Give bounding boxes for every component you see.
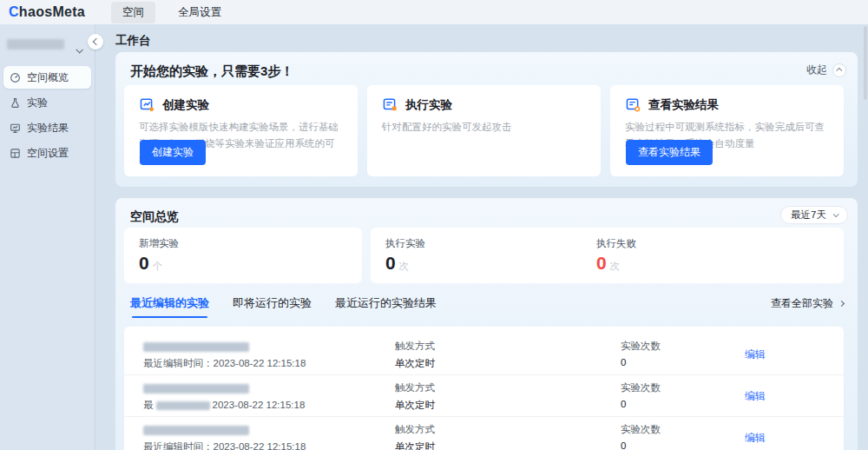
chevron-right-icon xyxy=(838,301,845,307)
stat-value: 0 xyxy=(139,253,149,273)
edited-time: 最近编辑时间：2023-08-22 12:15:18 xyxy=(143,440,306,450)
count-label: 实验次数 xyxy=(621,340,661,353)
table-row[interactable]: 最近编辑时间：2023-08-22 12:15:18 触发方式 单次定时 实验次… xyxy=(124,417,844,450)
step-description: 针对配置好的实验可发起攻击 xyxy=(382,119,586,136)
collapse-label[interactable]: 收起 xyxy=(806,63,827,77)
view-all-label: 查看全部实验 xyxy=(771,296,833,311)
stat-unit: 个 xyxy=(153,261,163,271)
sidebar-item-label: 实验结果 xyxy=(27,121,69,136)
run-experiment-icon xyxy=(382,96,398,113)
create-experiment-icon xyxy=(139,96,155,113)
layout-settings-icon xyxy=(10,148,21,159)
edit-link[interactable]: 编辑 xyxy=(745,389,766,404)
edited-time-value: 2023-08-22 12:15:18 xyxy=(214,358,306,368)
top-navbar: ChaosMeta 空间 全局设置 xyxy=(0,0,868,24)
sidebar-item-label: 空间概览 xyxy=(27,70,69,85)
chevron-down-icon[interactable] xyxy=(76,41,82,56)
view-results-icon xyxy=(625,96,641,113)
create-experiment-button[interactable]: 创建实验 xyxy=(140,140,206,165)
overview-title: 空间总览 xyxy=(130,209,179,225)
stat-new-experiments: 新增实验 0个 xyxy=(139,237,179,274)
chevron-up-icon[interactable] xyxy=(832,63,846,77)
overview-panel: 空间总览 最近7天 新增实验 0个 执行实验 xyxy=(115,198,858,450)
trigger-value: 单次定时 xyxy=(395,357,435,370)
step-card-header: 查看实验结果 xyxy=(625,96,829,113)
count-column: 实验次数 0 xyxy=(621,381,661,409)
sidebar-item-space-overview[interactable]: 空间概览 xyxy=(3,66,91,89)
onboarding-steps: 创建实验 可选择实验模版快速构建实验场景，进行基础资源，如cpu燃烧等实验来验证… xyxy=(124,85,844,176)
stat-label: 执行实验 xyxy=(385,237,425,250)
result-monitor-icon xyxy=(10,122,21,134)
trigger-column: 触发方式 单次定时 xyxy=(395,340,435,370)
count-column: 实验次数 0 xyxy=(621,423,661,450)
sidebar-item-label: 实验 xyxy=(27,96,48,110)
count-label: 实验次数 xyxy=(621,381,661,394)
workspace-name-redacted xyxy=(7,39,64,50)
sidebar: 空间概览 实验 实验结果 空间设置 xyxy=(0,24,95,450)
table-row[interactable]: 最2023-08-22 12:15:18 触发方式 单次定时 实验次数 0 编辑 xyxy=(124,375,844,417)
edited-time: 最近编辑时间：2023-08-22 12:15:18 xyxy=(143,357,306,370)
nav-item-space[interactable]: 空间 xyxy=(111,2,155,23)
gauge-icon xyxy=(10,72,21,83)
nav-item-global-settings[interactable]: 全局设置 xyxy=(176,2,223,23)
sidebar-item-space-settings[interactable]: 空间设置 xyxy=(3,142,91,164)
count-column: 实验次数 0 xyxy=(621,340,661,367)
workspace-selector[interactable] xyxy=(0,24,95,59)
main-content: 工作台 开始您的实验，只需要3步！ 收起 创建实验 xyxy=(95,24,868,450)
flask-icon xyxy=(10,97,21,109)
count-value: 0 xyxy=(621,357,661,367)
edit-link[interactable]: 编辑 xyxy=(745,431,766,446)
edited-time-label: 最近编辑时间： xyxy=(143,358,214,368)
stat-card-new-experiments: 新增实验 0个 xyxy=(124,228,362,283)
experiment-name-redacted xyxy=(143,426,249,435)
sidebar-item-label: 空间设置 xyxy=(27,146,69,161)
collapse-control[interactable]: 收起 xyxy=(806,63,846,77)
page-title: 工作台 xyxy=(115,33,151,49)
stat-card-executions: 执行实验 0次 执行失败 0次 xyxy=(371,228,844,283)
stat-failed: 执行失败 0次 xyxy=(596,237,636,274)
count-value: 0 xyxy=(621,399,661,409)
sidebar-item-experiment-results[interactable]: 实验结果 xyxy=(3,116,91,139)
stat-unit: 次 xyxy=(399,261,410,271)
sidebar-collapse-button[interactable] xyxy=(88,34,103,50)
tab-recently-edited[interactable]: 最近编辑的实验 xyxy=(130,295,209,318)
step-card-view-results: 查看实验结果 实验过程中可观测系统指标，实验完成后可查看实验结果，系统会自动度量… xyxy=(610,85,844,176)
chevron-left-icon xyxy=(93,38,100,45)
step-card-header: 创建实验 xyxy=(139,96,343,113)
stat-value-danger: 0 xyxy=(596,253,607,273)
edited-time-label: 最 xyxy=(143,400,154,410)
edited-time-label: 最近编辑时间： xyxy=(143,441,214,450)
stat-executed: 执行实验 0次 xyxy=(385,237,425,274)
step-title: 创建实验 xyxy=(162,97,209,113)
stat-label: 新增实验 xyxy=(139,237,179,250)
trigger-value: 单次定时 xyxy=(395,399,435,412)
experiments-tabs-row: 最近编辑的实验 即将运行的实验 最近运行的实验结果 查看全部实验 xyxy=(130,295,844,320)
stat-value: 0 xyxy=(385,253,396,273)
table-row[interactable]: 最近编辑时间：2023-08-22 12:15:18 触发方式 单次定时 实验次… xyxy=(124,334,844,375)
sidebar-menu: 空间概览 实验 实验结果 空间设置 xyxy=(0,66,95,164)
vertical-scrollbar[interactable] xyxy=(864,26,867,100)
edited-time: 最2023-08-22 12:15:18 xyxy=(143,399,305,412)
date-range-select[interactable]: 最近7天 xyxy=(780,206,848,224)
stat-label: 执行失败 xyxy=(596,237,636,250)
tab-recent-results[interactable]: 最近运行的实验结果 xyxy=(335,295,437,318)
count-label: 实验次数 xyxy=(621,423,661,436)
trigger-label: 触发方式 xyxy=(395,381,435,394)
step-title: 执行实验 xyxy=(405,97,452,113)
count-value: 0 xyxy=(621,440,661,450)
step-card-header: 执行实验 xyxy=(382,96,586,113)
experiments-tabs: 最近编辑的实验 即将运行的实验 最近运行的实验结果 xyxy=(130,295,844,318)
logo-letter-c: C xyxy=(9,4,19,19)
edited-time-value: 2023-08-22 12:15:18 xyxy=(214,441,306,450)
step-title: 查看实验结果 xyxy=(648,97,719,113)
view-all-experiments-link[interactable]: 查看全部实验 xyxy=(771,296,844,311)
trigger-label: 触发方式 xyxy=(395,340,435,353)
sidebar-item-experiments[interactable]: 实验 xyxy=(3,91,91,114)
trigger-column: 触发方式 单次定时 xyxy=(395,381,435,412)
tab-upcoming[interactable]: 即将运行的实验 xyxy=(233,295,312,318)
view-results-button[interactable]: 查看实验结果 xyxy=(626,140,713,165)
experiment-name-redacted xyxy=(143,384,249,394)
trigger-label: 触发方式 xyxy=(395,423,435,436)
edit-link[interactable]: 编辑 xyxy=(745,347,766,362)
chevron-down-icon xyxy=(833,211,839,217)
